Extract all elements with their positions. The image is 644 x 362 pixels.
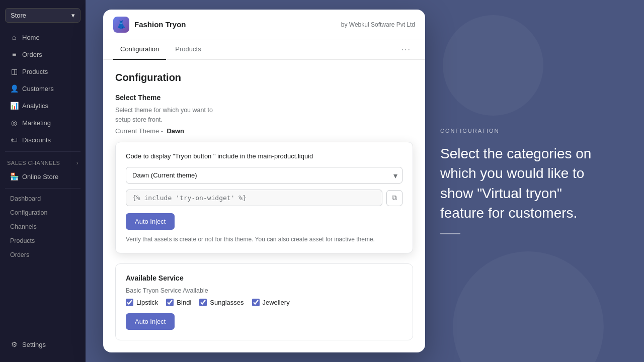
checkbox-bindi[interactable]: Bindi (166, 299, 191, 306)
checkbox-lipstick[interactable]: Lipstick (126, 299, 158, 306)
right-panel: CONFIGURATION Select the categories on w… (425, 108, 616, 254)
checkbox-sunglasses[interactable]: Sunglasses (199, 299, 244, 306)
auto-inject-label: Auto Inject (135, 218, 166, 225)
current-theme-value: Dawn (167, 127, 184, 135)
sidebar-settings-section: ⚙ Settings (0, 336, 86, 358)
available-service-desc: Basic Tryon Service Available (126, 286, 403, 296)
checkbox-bindi-label: Bindi (177, 299, 191, 306)
tab-products[interactable]: Products (168, 40, 208, 60)
auto-inject-button-theme[interactable]: Auto Inject (126, 213, 175, 230)
verify-text: Verify that assets is create or not for … (126, 236, 403, 243)
app-logo: 👗 (113, 17, 129, 33)
tab-products-label: Products (175, 45, 201, 53)
checkbox-bindi-input[interactable] (166, 299, 174, 306)
sidebar-label-settings: Settings (22, 341, 46, 348)
sales-channels-label: Sales channels (7, 160, 60, 166)
checkbox-jewellery-label: Jewellery (263, 299, 290, 306)
tab-more-button[interactable]: ··· (397, 40, 415, 59)
sidebar-sub-channels[interactable]: Channels (0, 220, 86, 234)
orders-icon: ≡ (10, 50, 18, 58)
select-theme-desc-line2: setup store front. (115, 116, 163, 123)
sidebar-sub-dashboard[interactable]: Dashboard (0, 192, 86, 206)
checkbox-jewellery-input[interactable] (252, 299, 260, 306)
sidebar-nav-marketing[interactable]: ◎ Marketing (3, 115, 83, 131)
sidebar-label-orders: Orders (22, 51, 42, 58)
service-checkboxes-row: Lipstick Bindi Sunglasses Jewellery (126, 299, 403, 306)
card-body: Configuration Select Theme Select theme … (103, 60, 425, 352)
code-popup: Code to display "Tryon button " include … (115, 142, 413, 253)
code-input-row: ⧉ (126, 190, 403, 206)
right-panel-label: CONFIGURATION (440, 128, 601, 134)
tab-configuration[interactable]: Configuration (113, 40, 166, 60)
store-selector-chevron: ▾ (71, 12, 75, 19)
sidebar-nav-analytics[interactable]: 📊 Analytics (3, 98, 83, 114)
store-selector[interactable]: Store ▾ (5, 8, 80, 23)
sidebar-nav-products[interactable]: ◫ Products (3, 63, 83, 79)
app-logo-emoji: 👗 (116, 20, 126, 29)
checkbox-jewellery[interactable]: Jewellery (252, 299, 290, 306)
discounts-icon: 🏷 (10, 136, 18, 144)
page-title: Configuration (115, 72, 413, 83)
app-publisher: by Webkul Software Pvt Ltd (341, 21, 415, 28)
sidebar-divider-1 (5, 151, 80, 152)
select-theme-title: Select Theme (115, 94, 413, 102)
sidebar: Store ▾ ⌂ Home ≡ Orders ◫ Products 👤 Cus… (0, 0, 86, 362)
tab-more-label: ··· (401, 45, 411, 54)
sales-channels-expand[interactable]: › (76, 160, 78, 166)
marketing-icon: ◎ (10, 119, 18, 127)
service-auto-inject-label: Auto Inject (135, 318, 166, 325)
sales-channels-section: Sales channels › (0, 155, 86, 168)
sidebar-nav-online-store[interactable]: 🏪 Online Store (3, 168, 83, 185)
sidebar-nav-discounts[interactable]: 🏷 Discounts (3, 132, 83, 148)
sidebar-nav-orders[interactable]: ≡ Orders (3, 46, 83, 62)
sidebar-label-home: Home (22, 34, 40, 41)
card-header: 👗 Fashion Tryon by Webkul Software Pvt L… (103, 10, 425, 40)
deco-circle-2 (443, 15, 543, 116)
checkbox-sunglasses-input[interactable] (199, 299, 207, 306)
app-name: Fashion Tryon (134, 20, 341, 29)
select-theme-section: Select Theme Select theme for which you … (115, 94, 413, 135)
sidebar-nav-settings[interactable]: ⚙ Settings (3, 336, 83, 352)
checkbox-lipstick-label: Lipstick (136, 299, 158, 306)
current-theme-label: Current Theme - (115, 127, 163, 135)
available-service-title: Available Service (126, 274, 403, 282)
products-icon: ◫ (10, 67, 18, 75)
sidebar-label-analytics: Analytics (22, 102, 48, 110)
home-icon: ⌂ (10, 33, 18, 41)
code-snippet-input[interactable] (126, 190, 382, 206)
checkbox-lipstick-input[interactable] (126, 299, 133, 306)
theme-select-dropdown[interactable]: Dawn (Current theme) (126, 167, 403, 184)
select-theme-desc: Select theme for which you want to setup… (115, 106, 413, 125)
sidebar-sub-configuration[interactable]: Configuration (0, 206, 86, 220)
tab-configuration-label: Configuration (120, 45, 159, 53)
sidebar-label-customers: Customers (22, 85, 54, 93)
sub-label-channels: Channels (10, 223, 37, 230)
sidebar-nav-home[interactable]: ⌂ Home (3, 29, 83, 45)
popup-title: Code to display "Tryon button " include … (126, 152, 403, 160)
settings-icon: ⚙ (10, 340, 18, 348)
right-panel-heading: Select the categories on which you would… (440, 144, 601, 223)
analytics-icon: 📊 (10, 102, 18, 110)
sidebar-label-products: Products (22, 68, 48, 75)
card-tabs: Configuration Products ··· (103, 40, 425, 60)
online-store-icon: 🏪 (10, 172, 18, 180)
theme-select-wrapper: Dawn (Current theme) ▾ (126, 167, 403, 184)
available-service-section: Available Service Basic Tryon Service Av… (115, 263, 413, 340)
sidebar-sub-products[interactable]: Products (0, 234, 86, 248)
current-theme-display: Current Theme - Dawn (115, 127, 413, 135)
sub-label-dashboard: Dashboard (10, 195, 41, 202)
sidebar-nav-customers[interactable]: 👤 Customers (3, 80, 83, 97)
sidebar-label-discounts: Discounts (22, 136, 51, 144)
right-panel-divider (440, 233, 460, 234)
main-area: 👗 Fashion Tryon by Webkul Software Pvt L… (86, 0, 644, 362)
checkbox-sunglasses-label: Sunglasses (210, 299, 244, 306)
sidebar-label-online-store: Online Store (22, 173, 58, 180)
auto-inject-button-service[interactable]: Auto Inject (126, 313, 175, 330)
select-theme-desc-line1: Select theme for which you want to (115, 107, 213, 114)
customers-icon: 👤 (10, 84, 18, 93)
sidebar-divider-2 (5, 188, 80, 189)
sidebar-sub-orders[interactable]: Orders (0, 248, 86, 262)
sub-label-orders: Orders (10, 251, 29, 258)
sidebar-label-marketing: Marketing (22, 119, 51, 127)
copy-code-button[interactable]: ⧉ (386, 190, 403, 206)
